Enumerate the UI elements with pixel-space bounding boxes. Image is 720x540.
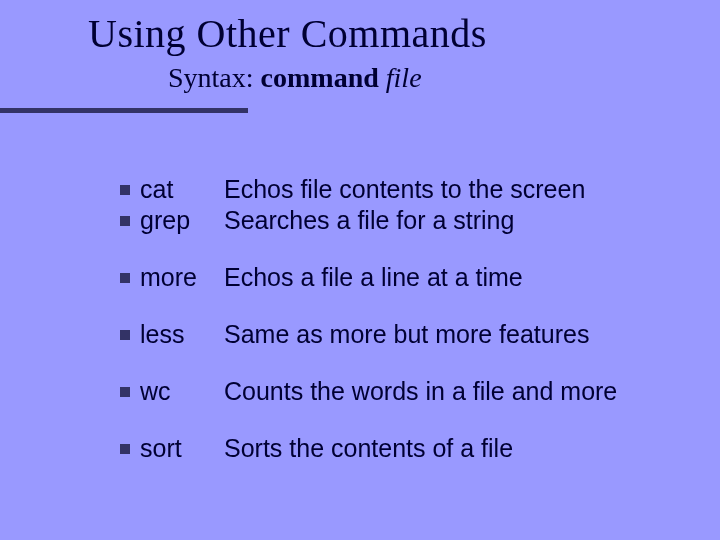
bullet-icon [120,330,130,340]
list-item: wc Counts the words in a file and more [120,377,680,406]
command-name: less [140,320,224,349]
command-name: sort [140,434,224,463]
list-item: cat Echos file contents to the screen [120,175,680,204]
command-name: more [140,263,224,292]
list-item: grep Searches a file for a string [120,206,680,235]
command-name: cat [140,175,224,204]
command-desc: Counts the words in a file and more [224,377,617,406]
command-desc: Searches a file for a string [224,206,514,235]
bullet-icon [120,216,130,226]
subtitle-label: Syntax: [168,62,261,93]
command-name: grep [140,206,224,235]
bullet-icon [120,444,130,454]
bullet-icon [120,185,130,195]
list-item: less Same as more but more features [120,320,680,349]
command-list: cat Echos file contents to the screen gr… [120,175,680,463]
slide-subtitle: Syntax: command file [168,62,422,94]
slide-title: Using Other Commands [88,10,487,57]
subtitle-arg: file [386,62,422,93]
list-item: sort Sorts the contents of a file [120,434,680,463]
command-desc: Sorts the contents of a file [224,434,513,463]
bullet-icon [120,387,130,397]
command-desc: Echos a file a line at a time [224,263,523,292]
command-desc: Same as more but more features [224,320,589,349]
subtitle-command: command [261,62,386,93]
slide: Using Other Commands Syntax: command fil… [0,0,720,540]
command-desc: Echos file contents to the screen [224,175,585,204]
bullet-icon [120,273,130,283]
title-divider [0,108,248,113]
command-name: wc [140,377,224,406]
list-item: more Echos a file a line at a time [120,263,680,292]
